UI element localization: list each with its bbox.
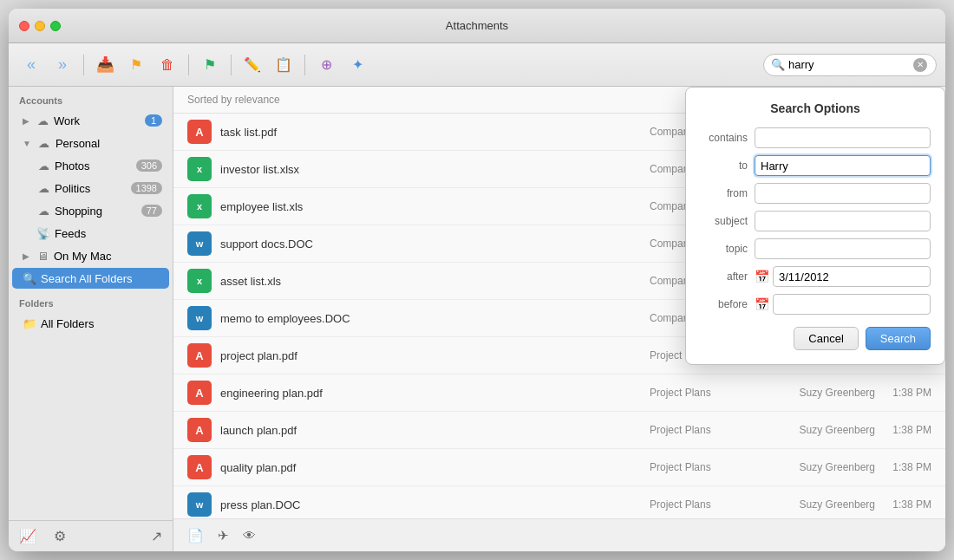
photos-label: Photos [55, 160, 132, 173]
shopping-badge: 77 [141, 205, 162, 217]
settings-button[interactable]: ⚙ [54, 528, 66, 544]
sidebar-item-photos[interactable]: ☁ Photos 306 [12, 155, 169, 176]
sidebar-item-politics[interactable]: ☁ Politics 1398 [12, 178, 169, 199]
pdf-icon: A [187, 381, 212, 405]
sidebar-item-feeds[interactable]: 📡 Feeds [12, 223, 169, 244]
chevron-right-icon-mac: ▶ [23, 251, 29, 261]
doc-icon: w [187, 306, 212, 330]
tag2-button[interactable]: ✦ [343, 51, 371, 79]
topic-input[interactable] [755, 238, 931, 259]
separator-1 [83, 55, 84, 75]
info-icon: 📋 [275, 56, 292, 73]
before-row: before 📅 [700, 294, 931, 315]
sidebar-item-personal[interactable]: ▼ ☁ Personal [12, 133, 169, 153]
file-name: memo to employees.DOC [220, 312, 641, 325]
topic-row: topic [700, 238, 931, 259]
subject-label: subject [700, 215, 748, 227]
file-name: project plan.pdf [220, 349, 641, 362]
table-row[interactable]: A launch plan.pdf Project Plans Suzy Gre… [173, 412, 945, 449]
file-sender: Suzy Greenberg [762, 461, 875, 473]
table-row[interactable]: A engineering plan.pdf Project Plans Suz… [173, 374, 945, 412]
search-options-buttons: Cancel Search [700, 327, 931, 350]
activity-button[interactable]: 📈 [19, 528, 36, 544]
archive-button[interactable]: 📥 [91, 51, 119, 79]
to-input[interactable]: Harry [755, 155, 931, 176]
preview-button[interactable]: 👁 [243, 528, 256, 543]
photos-badge: 306 [136, 160, 162, 172]
sidebar-item-work[interactable]: ▶ ☁ Work 1 [12, 110, 169, 131]
archive-icon: 📥 [96, 55, 114, 74]
main-window: Attachments « » 📥 ⚑ 🗑 ⚑ ✏️ 📋 [9, 9, 945, 551]
file-folder: Project Plans [650, 387, 754, 399]
subject-input[interactable] [755, 211, 931, 231]
before-calendar-button[interactable]: 📅 [755, 297, 769, 311]
tag-icon: ⚑ [204, 56, 216, 73]
content-footer: 📄 ✈ 👁 [173, 518, 945, 551]
search-icon-sm: 🔍 [23, 271, 36, 285]
flag-button[interactable]: ⚑ [122, 51, 150, 79]
file-sender: Suzy Greenberg [762, 387, 875, 399]
file-folder: Project Plans [650, 498, 754, 511]
table-row[interactable]: w press plan.DOC Project Plans Suzy Gree… [173, 486, 945, 518]
after-row: after 📅 3/11/2012 [700, 266, 931, 287]
to-label: to [700, 160, 748, 172]
search-clear-button[interactable]: ✕ [913, 58, 927, 72]
sidebar-item-search-all[interactable]: 🔍 Search All Folders [12, 268, 169, 289]
share-button[interactable]: ✈ [218, 528, 229, 544]
close-button[interactable] [19, 21, 29, 31]
contains-label: contains [700, 132, 748, 144]
file-folder: Project Plans [650, 461, 754, 473]
sidebar-item-on-my-mac[interactable]: ▶ 🖥 On My Mac [12, 245, 169, 266]
after-input[interactable]: 3/11/2012 [773, 266, 931, 287]
from-input[interactable] [755, 183, 931, 204]
search-button[interactable]: Search [866, 327, 931, 350]
to-row: to Harry [700, 155, 931, 176]
sidebar-item-all-folders[interactable]: 📁 All Folders [12, 313, 169, 334]
new-file-button[interactable]: 📄 [187, 528, 204, 544]
separator-4 [304, 55, 305, 75]
file-name: employee list.xls [220, 200, 641, 213]
sidebar-item-shopping[interactable]: ☁ Shopping 77 [12, 200, 169, 221]
file-name: press plan.DOC [220, 498, 641, 511]
before-input[interactable] [773, 294, 931, 315]
delete-button[interactable]: 🗑 [154, 51, 181, 79]
maximize-button[interactable] [50, 21, 61, 31]
doc-icon: w [187, 492, 212, 517]
file-folder: Project Plans [650, 424, 754, 436]
doc-icon: w [187, 231, 212, 256]
table-row[interactable]: A quality plan.pdf Project Plans Suzy Gr… [173, 449, 945, 486]
cancel-button[interactable]: Cancel [794, 327, 858, 350]
search-all-label: Search All Folders [41, 272, 162, 285]
filter-icon: ⊕ [321, 56, 332, 73]
edit-button[interactable]: ✏️ [238, 51, 266, 79]
separator-3 [231, 55, 232, 75]
work-label: Work [54, 114, 140, 127]
minimize-button[interactable] [35, 21, 45, 31]
export-button[interactable]: ↗ [151, 528, 162, 544]
contains-row: contains [700, 127, 931, 148]
before-label: before [700, 298, 748, 310]
file-name: support docs.DOC [220, 238, 641, 251]
tag-button[interactable]: ⚑ [196, 51, 224, 79]
filter-button[interactable]: ⊕ [312, 51, 340, 79]
pdf-icon: A [187, 418, 212, 442]
folders-label: Folders [9, 290, 173, 312]
toolbar: « » 📥 ⚑ 🗑 ⚑ ✏️ 📋 ⊕ ✦ [9, 43, 945, 87]
file-name: quality plan.pdf [220, 461, 641, 474]
file-name: engineering plan.pdf [220, 387, 641, 400]
forward-button[interactable]: » [49, 51, 76, 79]
traffic-lights [19, 21, 61, 31]
info-button[interactable]: 📋 [270, 51, 297, 79]
contains-input[interactable] [755, 127, 931, 148]
window-title: Attachments [446, 19, 508, 32]
search-input[interactable]: harry [788, 58, 910, 71]
back-icon: « [27, 55, 36, 74]
forward-icon: » [58, 55, 67, 74]
chevron-right-icon: ▶ [23, 116, 29, 126]
search-bar: 🔍 harry ✕ [763, 54, 937, 76]
main-content: Accounts ▶ ☁ Work 1 ▼ ☁ Personal ☁ Photo… [9, 87, 945, 551]
back-button[interactable]: « [17, 51, 45, 79]
after-label: after [700, 270, 748, 283]
after-calendar-button[interactable]: 📅 [755, 270, 769, 283]
cloud-icon-photos: ☁ [36, 159, 50, 173]
